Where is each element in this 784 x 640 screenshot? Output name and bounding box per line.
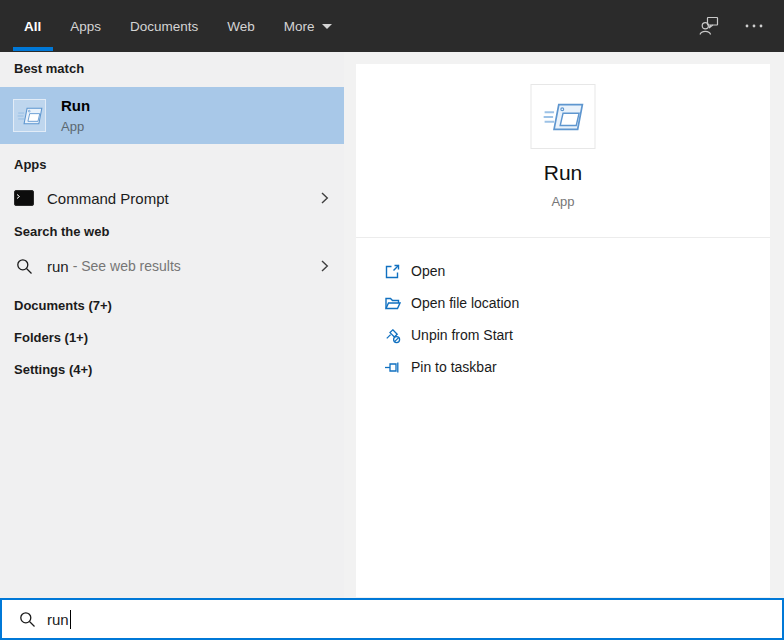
open-file-location-icon: [383, 295, 401, 312]
action-label: Open file location: [411, 295, 519, 311]
apps-header: Apps: [14, 157, 47, 172]
tab-web-label: Web: [227, 19, 255, 34]
more-options-button[interactable]: [744, 23, 764, 29]
search-icon: [14, 258, 34, 275]
command-prompt-icon: [14, 190, 34, 206]
result-web-search[interactable]: run - See web results: [0, 249, 344, 283]
documents-section-header[interactable]: Documents (7+): [0, 293, 344, 317]
results-panel: Best match Run App Apps Command Prompt S…: [0, 52, 344, 598]
tab-web[interactable]: Web: [227, 0, 255, 52]
action-label: Pin to taskbar: [411, 359, 497, 375]
search-filter-bar: All Apps Documents Web More: [0, 0, 784, 52]
settings-section-label: Settings (4+): [14, 362, 92, 377]
preview-title: Run: [356, 161, 770, 185]
filter-tabs: All Apps Documents Web More: [24, 0, 332, 52]
tab-all-label: All: [24, 19, 41, 34]
pin-icon: [383, 359, 401, 376]
action-unpin-from-start[interactable]: Unpin from Start: [356, 319, 770, 351]
feedback-button[interactable]: [698, 15, 720, 37]
folders-section-header[interactable]: Folders (1+): [0, 325, 344, 349]
search-icon: [19, 611, 36, 628]
action-pin-to-taskbar[interactable]: Pin to taskbar: [356, 351, 770, 383]
tab-apps[interactable]: Apps: [70, 0, 101, 52]
best-match-header: Best match: [14, 61, 84, 76]
search-input[interactable]: run: [0, 598, 784, 640]
chevron-right-icon: [321, 192, 329, 205]
result-run-app[interactable]: Run App: [0, 87, 344, 144]
run-app-icon: [13, 99, 46, 132]
tab-all[interactable]: All: [24, 0, 41, 52]
result-subtitle: App: [61, 120, 90, 133]
action-label: Unpin from Start: [411, 327, 513, 343]
divider: [356, 237, 770, 238]
tab-apps-label: Apps: [70, 19, 101, 34]
feedback-icon: [698, 15, 720, 37]
result-title: Run: [61, 98, 90, 113]
tab-more-label: More: [284, 19, 315, 34]
open-icon: [383, 263, 401, 280]
ellipsis-icon: [744, 23, 764, 29]
dropdown-arrow-icon: [322, 24, 332, 29]
settings-section-header[interactable]: Settings (4+): [0, 357, 344, 381]
action-open[interactable]: Open: [356, 255, 770, 287]
documents-section-label: Documents (7+): [14, 298, 112, 313]
preview-subtitle: App: [356, 194, 770, 209]
tab-more[interactable]: More: [284, 0, 332, 52]
action-label: Open: [411, 263, 445, 279]
result-label: Command Prompt: [47, 190, 169, 207]
web-search-query: run: [47, 258, 69, 275]
unpin-icon: [383, 327, 401, 344]
folders-section-label: Folders (1+): [14, 330, 88, 345]
text-caret: [70, 610, 72, 629]
web-search-suffix: - See web results: [73, 258, 181, 274]
action-open-file-location[interactable]: Open file location: [356, 287, 770, 319]
result-command-prompt[interactable]: Command Prompt: [0, 181, 344, 215]
search-web-header: Search the web: [14, 224, 109, 239]
tab-documents-label: Documents: [130, 19, 198, 34]
tab-documents[interactable]: Documents: [130, 0, 198, 52]
search-input-value: run: [47, 611, 69, 628]
preview-panel: Run App Open Open file location: [356, 64, 770, 597]
run-app-icon-large: [531, 84, 596, 149]
action-list: Open Open file location Unpin from Sta: [356, 255, 770, 383]
chevron-right-icon: [321, 260, 329, 273]
